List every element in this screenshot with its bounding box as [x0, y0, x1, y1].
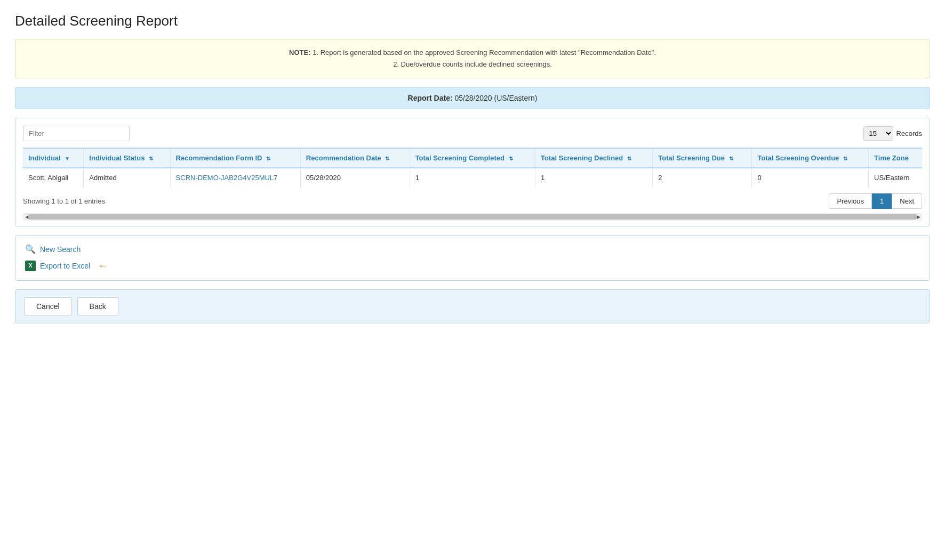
- col-time-zone: Time Zone: [869, 148, 922, 168]
- col-total-screening-overdue-label: Total Screening Overdue: [757, 154, 839, 162]
- note-line1: 1. Report is generated based on the appr…: [313, 48, 656, 56]
- col-total-screening-completed[interactable]: Total Screening Completed ⇅: [410, 148, 535, 168]
- col-individual-status-label: Individual Status: [89, 154, 145, 162]
- new-search-link[interactable]: 🔍 New Search: [25, 244, 920, 254]
- horizontal-scrollbar[interactable]: ◀ ▶: [23, 213, 922, 221]
- showing-text: Showing 1 to 1 of 1 entries: [23, 197, 105, 205]
- col-individual-label: Individual: [28, 154, 61, 162]
- export-excel-link[interactable]: X Export to Excel ←: [25, 259, 920, 272]
- report-date-bar: Report Date: 05/28/2020 (US/Eastern): [15, 87, 930, 109]
- results-table: Individual ▼ Individual Status ⇅ Recomme…: [23, 148, 922, 187]
- new-search-label: New Search: [40, 245, 81, 254]
- note-label: NOTE:: [289, 48, 310, 56]
- cell-time-zone: US/Eastern: [869, 168, 922, 187]
- note-box: NOTE: 1. Report is generated based on th…: [15, 39, 930, 78]
- pagination-row: Showing 1 to 1 of 1 entries Previous 1 N…: [23, 193, 922, 209]
- recommendation-date-sort-icon: ⇅: [385, 156, 389, 161]
- col-individual-status[interactable]: Individual Status ⇅: [84, 148, 170, 168]
- page-1-button[interactable]: 1: [872, 193, 892, 209]
- filter-input[interactable]: [23, 126, 130, 141]
- screening-overdue-sort-icon: ⇅: [843, 156, 847, 161]
- cell-recommendation-date: 05/28/2020: [300, 168, 410, 187]
- table-toolbar: 15 25 50 100 Records: [23, 126, 922, 141]
- previous-button[interactable]: Previous: [829, 193, 872, 209]
- cancel-button[interactable]: Cancel: [24, 297, 72, 315]
- cell-total-screening-declined: 1: [535, 168, 652, 187]
- col-total-screening-declined[interactable]: Total Screening Declined ⇅: [535, 148, 652, 168]
- screening-due-sort-icon: ⇅: [729, 156, 733, 161]
- bottom-section: Cancel Back: [15, 289, 930, 323]
- col-recommendation-date-label: Recommendation Date: [306, 154, 381, 162]
- note-line2: 2. Due/overdue counts include declined s…: [393, 60, 552, 68]
- col-individual[interactable]: Individual ▼: [23, 148, 84, 168]
- cell-total-screening-completed: 1: [410, 168, 535, 187]
- table-header-row: Individual ▼ Individual Status ⇅ Recomme…: [23, 148, 922, 168]
- col-recommendation-date[interactable]: Recommendation Date ⇅: [300, 148, 410, 168]
- page-title: Detailed Screening Report: [15, 13, 930, 29]
- individual-status-sort-icon: ⇅: [149, 156, 153, 161]
- col-time-zone-label: Time Zone: [874, 154, 909, 162]
- table-section: 15 25 50 100 Records Individual ▼ Indivi…: [15, 118, 930, 226]
- excel-icon: X: [25, 261, 36, 271]
- export-excel-label: Export to Excel: [40, 262, 90, 270]
- table-row: Scott, Abigail Admitted SCRN-DEMO-JAB2G4…: [23, 168, 922, 187]
- records-per-page-select[interactable]: 15 25 50 100: [863, 126, 893, 141]
- scroll-right-arrow[interactable]: ▶: [915, 213, 922, 221]
- col-total-screening-declined-label: Total Screening Declined: [541, 154, 623, 162]
- cell-total-screening-due: 2: [653, 168, 752, 187]
- search-icon: 🔍: [25, 244, 36, 254]
- next-button[interactable]: Next: [892, 193, 922, 209]
- cell-total-screening-overdue: 0: [752, 168, 869, 187]
- col-recommendation-form-id[interactable]: Recommendation Form ID ⇅: [170, 148, 300, 168]
- records-control: 15 25 50 100 Records: [863, 126, 922, 141]
- recommendation-form-sort-icon: ⇅: [266, 156, 270, 161]
- scrollbar-thumb[interactable]: [28, 214, 917, 220]
- col-total-screening-due[interactable]: Total Screening Due ⇅: [653, 148, 752, 168]
- individual-sort-icon: ▼: [65, 156, 70, 161]
- pagination-controls: Previous 1 Next: [829, 193, 922, 209]
- col-total-screening-overdue[interactable]: Total Screening Overdue ⇅: [752, 148, 869, 168]
- actions-section: 🔍 New Search X Export to Excel ←: [15, 235, 930, 281]
- col-recommendation-form-id-label: Recommendation Form ID: [176, 154, 262, 162]
- col-total-screening-completed-label: Total Screening Completed: [415, 154, 504, 162]
- cell-recommendation-form-id[interactable]: SCRN-DEMO-JAB2G4V25MUL7: [170, 168, 300, 187]
- screening-completed-sort-icon: ⇅: [509, 156, 513, 161]
- report-date-label: Report Date:: [408, 94, 453, 102]
- back-button[interactable]: Back: [77, 297, 118, 315]
- cell-individual: Scott, Abigail: [23, 168, 84, 187]
- report-date-value: 05/28/2020 (US/Eastern): [455, 94, 538, 102]
- cell-individual-status: Admitted: [84, 168, 170, 187]
- records-label: Records: [896, 129, 922, 137]
- col-total-screening-due-label: Total Screening Due: [658, 154, 725, 162]
- screening-declined-sort-icon: ⇅: [627, 156, 631, 161]
- arrow-indicator: ←: [98, 259, 108, 272]
